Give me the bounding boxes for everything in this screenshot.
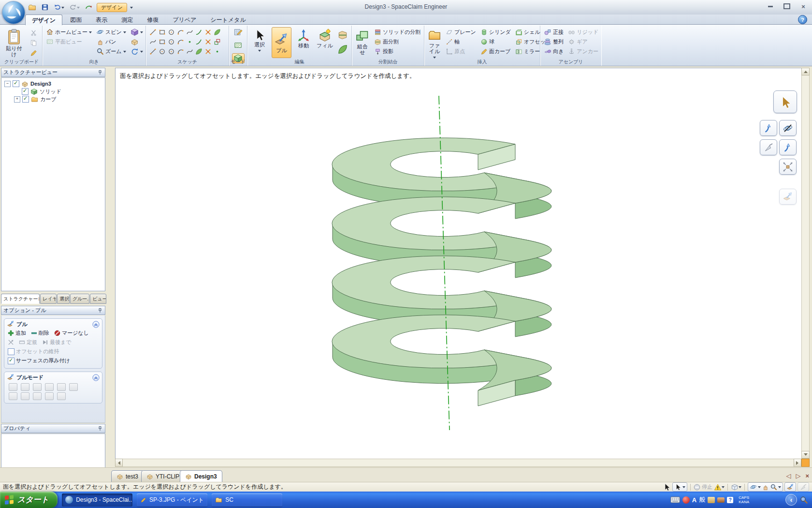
spin-button[interactable]: スピン — [95, 27, 127, 37]
viewport-scale-body-button[interactable] — [779, 159, 797, 175]
status-warning-button[interactable] — [714, 483, 725, 491]
sketch-tool-icon[interactable] — [158, 27, 167, 37]
restore-button[interactable] — [782, 2, 792, 10]
anchor-button[interactable]: アンカー — [567, 46, 599, 56]
insert-axis-button[interactable]: 軸 — [445, 37, 477, 46]
ime-conversion-mode[interactable]: 般 — [699, 495, 705, 504]
qat-customize-icon[interactable] — [130, 7, 133, 10]
ime-caps-kana[interactable]: CAPS KANA — [739, 495, 749, 504]
visibility-checkbox[interactable] — [13, 80, 19, 87]
sketch-tool-icon[interactable] — [148, 27, 158, 37]
visibility-checkbox[interactable] — [22, 88, 29, 95]
cut-icon[interactable] — [27, 28, 40, 37]
sketch-tool-icon[interactable] — [203, 27, 213, 37]
pull-mode-icon[interactable] — [33, 392, 42, 400]
pull-remove-option[interactable]: 削除 — [31, 329, 49, 337]
tab-drawing[interactable]: 図面 — [64, 15, 88, 25]
visibility-checkbox[interactable] — [22, 96, 29, 103]
rigid-button[interactable]: リジッド — [567, 27, 599, 37]
scroll-left-button[interactable] — [115, 459, 123, 467]
tree-row-curve[interactable]: + カーブ — [1, 95, 105, 103]
sketch-tool-icon[interactable] — [185, 46, 194, 56]
ime-help-icon[interactable]: ? — [727, 497, 733, 503]
tab-selection[interactable]: 選択 — [57, 294, 70, 304]
view-cube-button[interactable] — [130, 27, 144, 37]
spring-3d-model[interactable] — [115, 68, 801, 459]
collapse-icon[interactable]: − — [4, 81, 11, 87]
sketch-tool-icon[interactable] — [203, 46, 213, 56]
viewport-sweep-button[interactable] — [760, 139, 777, 155]
task-sc-folder[interactable]: SC — [212, 493, 282, 507]
sketch-tool-icon[interactable] — [176, 27, 185, 37]
sketch-tool-icon[interactable] — [148, 37, 158, 46]
task-paint[interactable]: SP-3.JPG - ペイント — [137, 493, 207, 507]
pull-mode-icon[interactable] — [9, 383, 17, 391]
split-solid-button[interactable]: ソリッドの分割 — [373, 27, 421, 37]
keyboard-icon[interactable] — [670, 496, 680, 503]
tree-row-design3[interactable]: − Design3 — [1, 80, 105, 88]
home-view-button[interactable]: ホームビュー — [45, 27, 93, 37]
sketch-tool-icon[interactable] — [203, 37, 213, 46]
sketch-tool-icon[interactable] — [185, 37, 194, 46]
tab-scroll-left-icon[interactable]: ◁ — [786, 472, 791, 479]
pull-direction-option[interactable] — [8, 339, 14, 345]
minimize-button[interactable] — [766, 2, 775, 10]
project-button[interactable]: 投影 — [373, 46, 421, 56]
status-secondary-pull-button[interactable] — [798, 482, 809, 492]
paste-button[interactable]: 貼り付け — [3, 27, 25, 59]
resize-grip[interactable] — [801, 459, 810, 467]
format-painter-icon[interactable] — [27, 48, 40, 57]
pin-icon[interactable] — [97, 426, 103, 432]
spin-shortcut-icon[interactable] — [84, 2, 94, 12]
tab-design[interactable]: デザイン — [25, 15, 62, 25]
pull-no-merge-option[interactable]: マージなし — [54, 329, 89, 337]
tab-scroll-right-icon[interactable]: ▷ — [796, 472, 800, 479]
design-mode-badge[interactable]: デザイン — [97, 3, 127, 12]
view-part-button[interactable] — [130, 37, 144, 46]
sketch-tool-icon[interactable] — [176, 46, 185, 56]
sketch-tool-icon[interactable] — [213, 27, 222, 37]
viewport-no-spin-button[interactable] — [779, 120, 797, 136]
section-mode-button[interactable] — [232, 40, 245, 50]
task-design3[interactable]: Design3 - SpaceClai... — [62, 493, 132, 507]
undo-button[interactable] — [53, 2, 65, 12]
status-view-button[interactable] — [731, 483, 741, 491]
pull-mode-icon[interactable] — [21, 392, 29, 400]
sketch-tool-icon[interactable] — [194, 27, 203, 37]
close-button[interactable]: × — [798, 2, 808, 10]
pull-mode-icon[interactable] — [69, 383, 78, 391]
pull-mode-icon[interactable] — [45, 383, 54, 391]
thicken-surface-checkbox[interactable]: サーフェスの厚み付け — [8, 357, 70, 364]
redo-button[interactable] — [68, 2, 81, 12]
pull-mode-icon[interactable] — [9, 392, 17, 400]
horizontal-scrollbar[interactable] — [115, 459, 801, 467]
pull-button[interactable]: プル — [272, 27, 291, 58]
expand-icon[interactable]: + — [14, 96, 20, 103]
tab-sheetmetal[interactable]: シートメタル — [204, 15, 252, 25]
sketch-tool-icon[interactable] — [167, 37, 176, 46]
ime-palette-icon[interactable] — [708, 497, 715, 503]
open-button[interactable] — [27, 2, 37, 12]
sketch-tool-icon[interactable] — [167, 46, 176, 56]
sketch-tool-icon[interactable] — [176, 37, 185, 46]
pull-mode-icon[interactable] — [57, 383, 66, 391]
scroll-up-button[interactable] — [801, 68, 810, 75]
spaceclaim-logo-icon[interactable] — [2, 1, 25, 24]
viewport-select-button[interactable] — [773, 90, 797, 113]
collapse-chevron-icon[interactable] — [92, 374, 100, 381]
zoom-button[interactable]: ズーム — [95, 46, 127, 56]
sketch-tool-icon[interactable] — [194, 37, 203, 46]
pin-icon[interactable] — [97, 308, 103, 314]
pull-mode-icon[interactable] — [33, 383, 42, 391]
help-button[interactable]: ? — [798, 15, 807, 24]
sketch-tool-icon[interactable] — [194, 46, 203, 56]
sketch-tool-icon[interactable] — [213, 46, 222, 56]
ime-toolbox-icon[interactable] — [717, 497, 725, 503]
sketch-tool-icon[interactable] — [158, 46, 167, 56]
save-button[interactable] — [40, 2, 50, 12]
ime-ball-icon[interactable] — [682, 496, 690, 504]
pan-button[interactable]: パン — [95, 37, 127, 46]
insert-file-button[interactable]: ファイル — [427, 27, 442, 61]
combine-button[interactable]: 組合せ — [354, 27, 371, 57]
tab-groups[interactable]: グルー... — [70, 294, 89, 304]
